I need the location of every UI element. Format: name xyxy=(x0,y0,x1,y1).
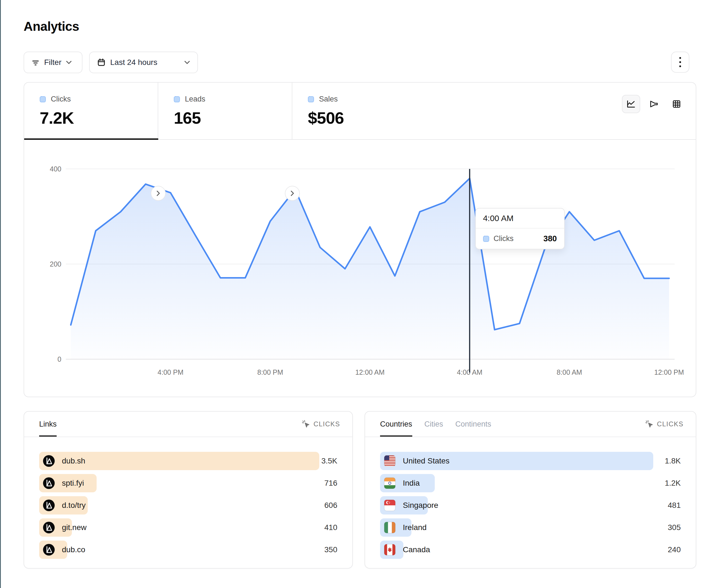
country-value: 1.8K xyxy=(665,456,681,466)
x-axis-tick: 12:00 PM xyxy=(654,368,684,376)
country-row[interactable]: Ireland305 xyxy=(380,518,681,537)
cursor-click-icon xyxy=(645,420,653,428)
country-label: Ireland xyxy=(403,523,427,532)
link-value: 3.5K xyxy=(321,456,337,466)
countries-panel: Countries Cities Continents CLICKS Unite… xyxy=(365,411,696,569)
link-label: git.new xyxy=(62,523,87,532)
kebab-menu-icon xyxy=(679,56,682,68)
chevron-down-icon xyxy=(184,61,190,64)
link-row[interactable]: spti.fyi716 xyxy=(39,474,337,492)
chart-tooltip: 4:00 AM Clicks 380 xyxy=(475,208,565,249)
links-rows: dub.sh3.5K spti.fyi716 d.to/try606 git.n… xyxy=(39,452,337,563)
link-row[interactable]: dub.co350 xyxy=(39,541,337,559)
links-panel-header: Links CLICKS xyxy=(24,412,352,437)
date-range-button[interactable]: Last 24 hours xyxy=(89,51,198,73)
link-value: 606 xyxy=(324,501,337,510)
clicks-area-chart[interactable]: 02004004:00 PM8:00 PM12:00 AM4:00 AM8:00… xyxy=(24,83,697,398)
ca-flag-icon xyxy=(384,544,395,556)
dub-logo-icon xyxy=(43,544,55,556)
country-value: 305 xyxy=(668,523,681,532)
filter-icon xyxy=(31,58,40,67)
x-axis-tick: 12:00 AM xyxy=(356,368,385,376)
countries-metric-label: CLICKS xyxy=(657,420,684,428)
link-row[interactable]: d.to/try606 xyxy=(39,496,337,515)
clicks-legend-chip xyxy=(483,236,489,242)
chevron-down-icon xyxy=(66,61,72,64)
link-label: spti.fyi xyxy=(62,479,84,488)
date-range-label: Last 24 hours xyxy=(110,58,157,67)
chevron-right-icon xyxy=(156,190,160,196)
y-axis-tick: 400 xyxy=(50,165,61,173)
dub-logo-icon xyxy=(43,455,55,467)
link-label: d.to/try xyxy=(62,501,86,510)
tab-links[interactable]: Links xyxy=(39,412,57,436)
link-row[interactable]: git.new410 xyxy=(39,518,337,537)
link-label: dub.co xyxy=(62,545,85,554)
country-label: India xyxy=(403,479,420,488)
link-row[interactable]: dub.sh3.5K xyxy=(39,452,337,470)
country-label: Canada xyxy=(403,545,430,554)
x-axis-tick: 8:00 PM xyxy=(257,368,283,376)
sg-flag-icon xyxy=(384,499,395,511)
link-value: 410 xyxy=(324,523,337,532)
country-row[interactable]: United States1.8K xyxy=(380,452,681,470)
tooltip-time: 4:00 AM xyxy=(476,208,564,229)
expand-leads-button[interactable] xyxy=(285,186,300,201)
cursor-click-icon xyxy=(302,420,310,428)
tab-continents[interactable]: Continents xyxy=(455,412,491,436)
link-value: 716 xyxy=(324,479,337,488)
link-label: dub.sh xyxy=(62,456,85,466)
ie-flag-icon xyxy=(384,522,395,533)
links-metric-selector[interactable]: CLICKS xyxy=(302,420,340,428)
page-title: Analytics xyxy=(24,19,79,34)
country-value: 1.2K xyxy=(665,479,681,488)
country-row[interactable]: Singapore481 xyxy=(380,496,681,515)
country-value: 481 xyxy=(668,501,681,510)
dub-logo-icon xyxy=(43,522,55,533)
countries-panel-header: Countries Cities Continents CLICKS xyxy=(365,412,696,437)
country-label: United States xyxy=(403,456,450,466)
analytics-page: { "page": { "title": "Analytics" }, "too… xyxy=(0,0,711,588)
filter-button[interactable]: Filter xyxy=(24,51,83,73)
dub-logo-icon xyxy=(43,499,55,511)
tab-cities[interactable]: Cities xyxy=(425,412,444,436)
in-flag-icon xyxy=(384,477,395,489)
x-axis-tick: 8:00 AM xyxy=(557,368,582,376)
tooltip-value: 380 xyxy=(543,234,557,243)
links-metric-label: CLICKS xyxy=(314,420,340,428)
countries-rows: United States1.8K India1.2K Singapore481… xyxy=(380,452,681,563)
calendar-icon xyxy=(97,58,106,67)
clicks-area-fill xyxy=(71,178,669,359)
x-axis-tick: 4:00 PM xyxy=(158,368,184,376)
country-row[interactable]: Canada240 xyxy=(380,541,681,559)
y-axis-tick: 200 xyxy=(50,260,61,268)
analytics-card: Clicks 7.2K Leads 165 Sales $506 xyxy=(24,82,696,397)
filter-button-label: Filter xyxy=(44,58,61,67)
country-value: 240 xyxy=(668,545,681,554)
links-panel: Links CLICKS dub.sh3.5K spti.fyi716 d.to… xyxy=(24,411,353,569)
country-row[interactable]: India1.2K xyxy=(380,474,681,492)
tab-countries[interactable]: Countries xyxy=(380,412,412,436)
tooltip-series-label: Clicks xyxy=(494,234,514,243)
more-options-button[interactable] xyxy=(671,51,689,73)
link-value: 350 xyxy=(324,545,337,554)
expand-clicks-button[interactable] xyxy=(151,186,166,201)
us-flag-icon xyxy=(384,455,395,467)
chevron-right-icon xyxy=(290,190,295,196)
countries-metric-selector[interactable]: CLICKS xyxy=(645,420,684,428)
country-label: Singapore xyxy=(403,501,438,510)
dub-logo-icon xyxy=(43,477,55,489)
y-axis-tick: 0 xyxy=(58,355,61,363)
